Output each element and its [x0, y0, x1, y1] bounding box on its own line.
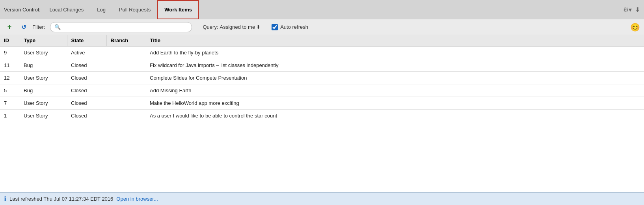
auto-refresh-checkbox[interactable] [272, 24, 278, 30]
tab-log[interactable]: Log [90, 0, 112, 19]
table-row[interactable]: 12User StoryClosedComplete Slides for Co… [0, 72, 644, 84]
table-row[interactable]: 11BugClosedFix wildcard for Java imports… [0, 59, 644, 72]
cell-type: Bug [20, 59, 67, 72]
cell-type: User Story [20, 46, 67, 59]
cell-branch [106, 97, 146, 110]
work-items-table-container: ID Type State Branch Title 9User StoryAc… [0, 35, 644, 192]
query-section: Query: Assigned to me ⬍ [203, 24, 261, 30]
column-header-title: Title [146, 35, 644, 46]
table-row[interactable]: 9User StoryActiveAdd Earth to the fly-by… [0, 46, 644, 59]
cell-title: As a user I would like to be able to con… [146, 110, 644, 122]
query-dropdown[interactable]: Assigned to me ⬍ [220, 24, 261, 30]
cell-id: 9 [0, 46, 20, 59]
cell-branch [106, 84, 146, 97]
info-icon: ℹ [4, 195, 6, 203]
cell-title: Fix wildcard for Java imports – list cla… [146, 59, 644, 72]
tab-pull-requests[interactable]: Pull Requests [112, 0, 157, 19]
query-value: Assigned to me [220, 24, 255, 30]
table-header-row: ID Type State Branch Title [0, 35, 644, 46]
cell-id: 5 [0, 84, 20, 97]
table-row[interactable]: 7User StoryClosedMake the HelloWorld app… [0, 97, 644, 110]
tab-work-items[interactable]: Work Items [157, 0, 199, 19]
table-row[interactable]: 1User StoryClosedAs a user I would like … [0, 110, 644, 122]
tab-bar-actions: ⚙▾ ⬇ [623, 6, 640, 13]
search-input[interactable] [63, 24, 188, 30]
cell-id: 12 [0, 72, 20, 84]
smiley-icon[interactable]: 😊 [630, 22, 640, 32]
cell-branch [106, 72, 146, 84]
gear-icon[interactable]: ⚙▾ [623, 6, 632, 13]
cell-type: Bug [20, 84, 67, 97]
cell-state: Closed [67, 59, 106, 72]
work-items-table: ID Type State Branch Title 9User StoryAc… [0, 35, 644, 122]
status-bar: ℹ Last refreshed Thu Jul 07 11:27:34 EDT… [0, 192, 644, 205]
cell-state: Closed [67, 97, 106, 110]
toolbar: + ↺ Filter: 🔍 Query: Assigned to me ⬍ Au… [0, 19, 644, 35]
column-header-branch: Branch [106, 35, 146, 46]
cell-type: User Story [20, 72, 67, 84]
cell-title: Add Missing Earth [146, 84, 644, 97]
cell-state: Closed [67, 72, 106, 84]
search-icon: 🔍 [54, 24, 61, 30]
search-box[interactable]: 🔍 [50, 22, 192, 32]
column-header-type: Type [20, 35, 67, 46]
cell-branch [106, 46, 146, 59]
auto-refresh-label: Auto refresh [280, 24, 308, 30]
cell-title: Add Earth to the fly-by planets [146, 46, 644, 59]
query-dropdown-icon: ⬍ [256, 24, 261, 30]
status-text: Last refreshed Thu Jul 07 11:27:34 EDT 2… [9, 196, 113, 202]
cell-state: Active [67, 46, 106, 59]
cell-state: Closed [67, 84, 106, 97]
column-header-state: State [67, 35, 106, 46]
cell-title: Make the HelloWorld app more exciting [146, 97, 644, 110]
cell-id: 11 [0, 59, 20, 72]
tab-local-changes[interactable]: Local Changes [43, 0, 91, 19]
cell-type: User Story [20, 110, 67, 122]
download-icon[interactable]: ⬇ [635, 6, 640, 13]
tab-bar: Version Control: Local Changes Log Pull … [0, 0, 644, 19]
add-button[interactable]: + [4, 22, 15, 33]
cell-branch [106, 110, 146, 122]
version-control-label: Version Control: [4, 7, 41, 13]
cell-state: Closed [67, 110, 106, 122]
query-label: Query: [203, 24, 218, 30]
main-content: + ↺ Filter: 🔍 Query: Assigned to me ⬍ Au… [0, 19, 644, 205]
cell-branch [106, 59, 146, 72]
auto-refresh-section: Auto refresh [272, 24, 308, 30]
column-header-id: ID [0, 35, 20, 46]
table-row[interactable]: 5BugClosedAdd Missing Earth [0, 84, 644, 97]
cell-id: 7 [0, 97, 20, 110]
cell-title: Complete Slides for Compete Presentation [146, 72, 644, 84]
refresh-button[interactable]: ↺ [18, 22, 29, 33]
filter-label: Filter: [32, 24, 45, 30]
cell-id: 1 [0, 110, 20, 122]
cell-type: User Story [20, 97, 67, 110]
open-in-browser-link[interactable]: Open in browser... [116, 196, 158, 202]
